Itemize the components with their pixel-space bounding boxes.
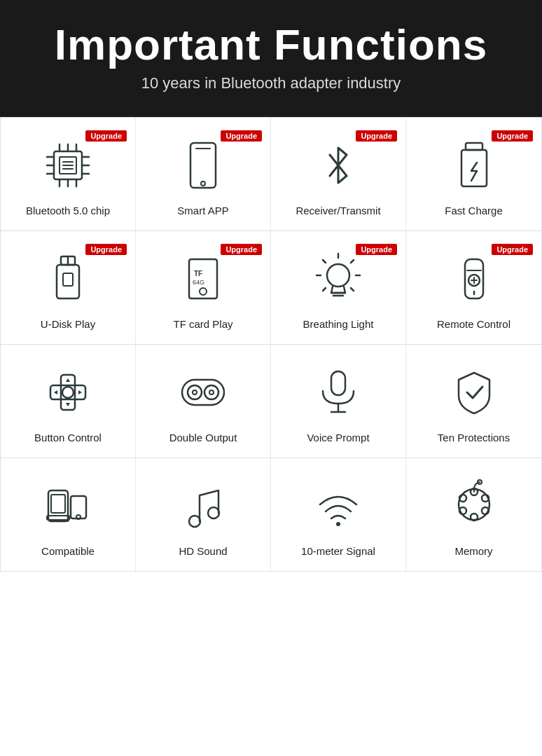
page-subtitle: 10 years in Bluetooth adapter industry	[14, 74, 528, 92]
grid-cell-2-3: Ten Protections	[406, 345, 541, 458]
svg-point-29	[200, 288, 207, 295]
tfcard-icon: TF 64G	[175, 251, 231, 307]
svg-point-65	[336, 522, 340, 526]
music-icon	[175, 478, 231, 534]
cell-label: Memory	[454, 545, 492, 557]
remote-icon	[446, 251, 502, 307]
cell-label: Voice Prompt	[307, 432, 369, 444]
memory-icon	[446, 478, 502, 534]
grid-cell-2-2: Voice Prompt	[271, 345, 406, 458]
udisk-icon	[40, 251, 96, 307]
grid-cell-3-3: Memory	[406, 458, 541, 571]
svg-point-52	[193, 390, 197, 394]
grid-cell-3-1: HD Sound	[136, 458, 271, 571]
svg-rect-58	[47, 516, 69, 520]
grid-row-0: Upgrade Bluetooth 5.0 chipUpgrade Smart …	[1, 118, 541, 231]
shield-icon	[446, 364, 502, 420]
upgrade-badge: Upgrade	[356, 130, 397, 142]
svg-line-34	[351, 260, 354, 263]
svg-text:TF: TF	[194, 270, 202, 277]
grid-cell-0-0: Upgrade Bluetooth 5.0 chip	[1, 118, 136, 231]
mic-icon	[310, 364, 366, 420]
page-title: Important Functions	[14, 21, 528, 69]
grid-cell-1-1: Upgrade TF 64G TF card Play	[136, 231, 271, 344]
bluetooth-icon	[310, 137, 366, 193]
grid-cell-3-0: Compatible	[1, 458, 136, 571]
cell-label: 10-meter Signal	[301, 545, 375, 557]
wifi-icon	[310, 478, 366, 534]
svg-point-18	[201, 181, 205, 186]
svg-rect-25	[63, 273, 73, 286]
svg-point-63	[189, 516, 200, 527]
svg-line-36	[323, 260, 326, 263]
grid-cell-1-0: Upgrade U-Disk Play	[1, 231, 136, 344]
page-header: Important Functions 10 years in Bluetoot…	[0, 0, 542, 117]
cell-label: Ten Protections	[438, 432, 510, 444]
grid-cell-1-2: Upgrade Breathing Light	[271, 231, 406, 344]
dpad-icon	[40, 364, 96, 420]
chip-icon	[40, 137, 96, 193]
upgrade-badge: Upgrade	[492, 244, 533, 255]
cell-label: Double Output	[169, 432, 237, 444]
svg-rect-23	[57, 265, 79, 298]
grid-row-2: Button Control Double Output Voice Promp…	[1, 345, 541, 458]
svg-line-38	[351, 288, 354, 291]
upgrade-badge: Upgrade	[85, 130, 127, 142]
svg-line-39	[323, 288, 326, 291]
light-icon	[310, 251, 366, 307]
compatible-icon	[40, 478, 96, 534]
cell-label: TF card Play	[173, 318, 232, 330]
fastcharge-icon	[446, 137, 502, 193]
upgrade-badge: Upgrade	[221, 130, 262, 142]
speaker-icon	[175, 364, 231, 420]
svg-rect-20	[466, 143, 482, 150]
grid-cell-1-3: Upgrade Remote Control	[406, 231, 541, 344]
svg-rect-54	[331, 371, 345, 395]
phone-icon	[175, 137, 231, 193]
cell-label: HD Sound	[179, 545, 227, 557]
upgrade-badge: Upgrade	[492, 130, 533, 142]
cell-label: Button Control	[34, 432, 102, 444]
grid-cell-0-3: Upgrade Fast Charge	[406, 118, 541, 231]
cell-label: Receiver/Transmit	[296, 205, 380, 217]
svg-point-64	[208, 507, 219, 518]
svg-point-66	[459, 489, 489, 520]
grid-row-1: Upgrade U-Disk PlayUpgrade TF 64G TF car…	[1, 231, 541, 345]
svg-point-50	[188, 385, 202, 399]
svg-text:64G: 64G	[193, 279, 204, 286]
grid-cell-0-1: Upgrade Smart APP	[136, 118, 271, 231]
svg-rect-62	[51, 495, 65, 513]
svg-point-53	[209, 390, 214, 394]
cell-label: Compatible	[41, 545, 95, 557]
grid-cell-2-0: Button Control	[1, 345, 136, 458]
svg-point-30	[327, 264, 349, 287]
svg-point-48	[62, 387, 74, 398]
cell-label: Fast Charge	[445, 205, 503, 217]
upgrade-badge: Upgrade	[356, 244, 397, 255]
upgrade-badge: Upgrade	[85, 244, 127, 255]
features-grid: Upgrade Bluetooth 5.0 chipUpgrade Smart …	[0, 117, 542, 572]
cell-label: U-Disk Play	[41, 318, 95, 330]
cell-label: Remote Control	[437, 318, 510, 330]
grid-cell-2-1: Double Output	[136, 345, 271, 458]
cell-label: Bluetooth 5.0 chip	[26, 205, 110, 217]
grid-cell-3-2: 10-meter Signal	[271, 458, 406, 571]
svg-point-51	[204, 385, 218, 399]
cell-label: Breathing Light	[303, 318, 374, 330]
grid-row-3: Compatible HD Sound 10-meter Signal Memo…	[1, 458, 541, 571]
cell-label: Smart APP	[177, 205, 228, 217]
svg-point-60	[76, 515, 81, 519]
grid-cell-0-2: Upgrade Receiver/Transmit	[271, 118, 406, 231]
upgrade-badge: Upgrade	[221, 244, 262, 255]
